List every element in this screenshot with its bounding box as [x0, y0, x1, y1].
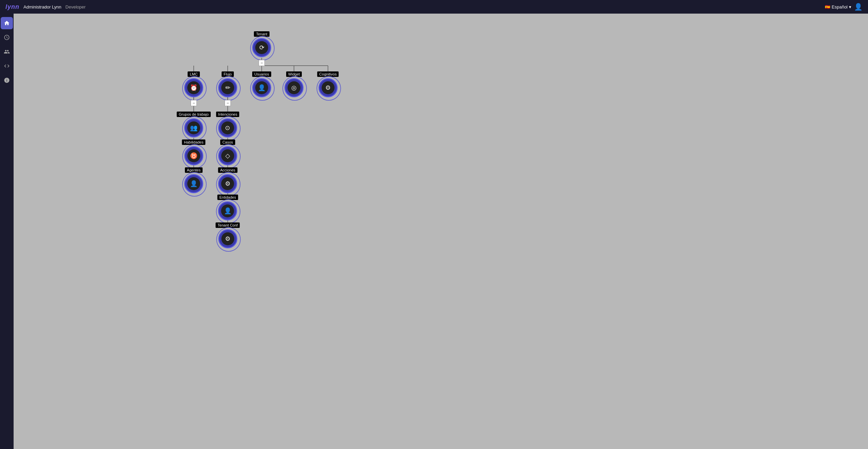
lmc-circle[interactable]: ⏰ [184, 78, 203, 97]
sidebar-item-clock[interactable] [1, 31, 13, 44]
node-casos[interactable]: Casos ◇ [218, 139, 237, 165]
tenant-circle[interactable]: ⟳ [252, 38, 271, 57]
widget-circle[interactable]: ◎ [284, 78, 303, 97]
sidebar-item-home[interactable] [1, 17, 13, 29]
acciones-circle[interactable]: ⚙ [218, 174, 237, 193]
node-intenciones[interactable]: Intenciones ⊙ [216, 112, 239, 137]
flujo-icon: ✏ [221, 81, 234, 94]
sidebar-item-users[interactable] [1, 46, 13, 58]
sidebar [0, 14, 14, 449]
sidebar-item-info[interactable] [1, 74, 13, 86]
node-acciones[interactable]: Acciones ⚙ [218, 167, 238, 193]
intenciones-circle[interactable]: ⊙ [218, 118, 237, 137]
node-flujo[interactable]: Flujo ✏ − [218, 71, 237, 97]
node-tenantconf[interactable]: Tenant Conf ⚙ [215, 222, 240, 248]
chevron-down-icon: ▾ [849, 4, 851, 10]
agentes-circle[interactable]: 👤 [184, 174, 203, 193]
acciones-icon: ⚙ [221, 177, 234, 190]
habilidades-icon: ♉ [187, 149, 200, 162]
navbar-right: 🇪🇸 Español ▾ 👤 [825, 3, 863, 11]
grupos-icon: 👥 [187, 121, 200, 134]
tenant-icon: ⟳ [255, 41, 268, 54]
node-entidades[interactable]: Entidades 👤 [218, 195, 238, 220]
habilidades-circle[interactable]: ♉ [184, 146, 203, 165]
grupos-circle[interactable]: 👥 [184, 118, 203, 137]
navbar-user: Administrador Lynn [23, 4, 62, 10]
node-agentes[interactable]: Agentes 👤 [184, 167, 203, 193]
node-usuarios[interactable]: Usuarios 👤 [252, 71, 271, 97]
casos-circle[interactable]: ◇ [218, 146, 237, 165]
usuarios-icon: 👤 [255, 81, 268, 94]
flujo-collapse[interactable]: − [225, 100, 231, 106]
navbar-role: Developer [66, 4, 86, 10]
lmc-collapse[interactable]: − [191, 100, 197, 106]
tenant-collapse[interactable]: − [259, 60, 265, 66]
node-tenant[interactable]: Tenant ⟳ − [252, 31, 271, 57]
usuarios-circle[interactable]: 👤 [252, 78, 271, 97]
logo: lynn [5, 3, 19, 11]
agentes-icon: 👤 [187, 177, 200, 190]
sidebar-item-code[interactable] [1, 60, 13, 72]
tenantconf-circle[interactable]: ⚙ [218, 229, 237, 248]
node-grupos[interactable]: Grupos de trabajo 👥 [177, 112, 211, 137]
cognitivos-circle[interactable]: ⚙ [318, 78, 337, 97]
navbar-left: lynn Administrador Lynn Developer [5, 3, 86, 11]
flujo-circle[interactable]: ✏ [218, 78, 237, 97]
navbar: lynn Administrador Lynn Developer 🇪🇸 Esp… [0, 0, 868, 14]
node-cognitivos[interactable]: Cognitivos ⚙ [317, 71, 338, 97]
language-label: Español [832, 4, 848, 10]
widget-icon: ◎ [288, 81, 300, 94]
user-icon[interactable]: 👤 [854, 3, 863, 11]
node-habilidades[interactable]: Habilidades ♉ [182, 139, 205, 165]
tree-container: Tenant ⟳ − LMC ⏰ − Flujo ✏ − Usuarios [14, 14, 868, 449]
tree-svg [14, 14, 868, 449]
casos-icon: ◇ [221, 149, 234, 162]
flag-icon: 🇪🇸 [825, 4, 830, 10]
language-selector[interactable]: 🇪🇸 Español ▾ [825, 4, 851, 10]
tenantconf-icon: ⚙ [221, 232, 234, 245]
cognitivos-icon: ⚙ [322, 81, 334, 94]
node-lmc[interactable]: LMC ⏰ − [184, 71, 203, 97]
lmc-icon: ⏰ [187, 81, 200, 94]
node-widget[interactable]: Widget ◎ [284, 71, 303, 97]
entidades-icon: 👤 [221, 204, 234, 217]
main-content: Tenant ⟳ − LMC ⏰ − Flujo ✏ − Usuarios [14, 14, 868, 449]
entidades-circle[interactable]: 👤 [218, 201, 237, 220]
intenciones-icon: ⊙ [221, 121, 234, 134]
